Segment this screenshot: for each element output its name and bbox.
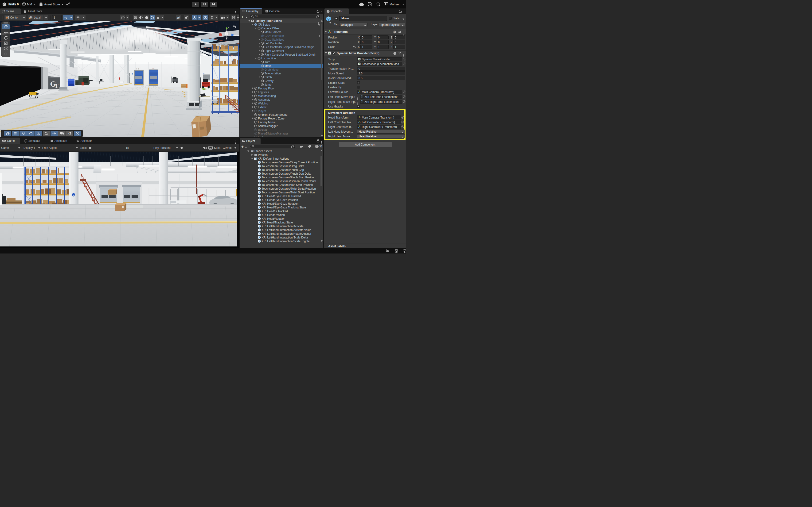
svg-text:{}: {} [362, 102, 364, 103]
svg-text:0 3: 0 3 [136, 68, 139, 70]
svg-text:T: T [54, 82, 58, 89]
svg-text:?: ? [394, 52, 396, 55]
svg-text:Y: Y [66, 17, 67, 19]
svg-text:2D: 2D [176, 16, 180, 19]
svg-text:?: ? [394, 31, 396, 33]
svg-text:y: y [228, 25, 229, 29]
svg-text:{}: {} [362, 97, 364, 98]
svg-text:z: z [236, 34, 237, 36]
svg-text:0 4: 0 4 [152, 67, 155, 69]
svg-text:x: x [217, 33, 218, 36]
